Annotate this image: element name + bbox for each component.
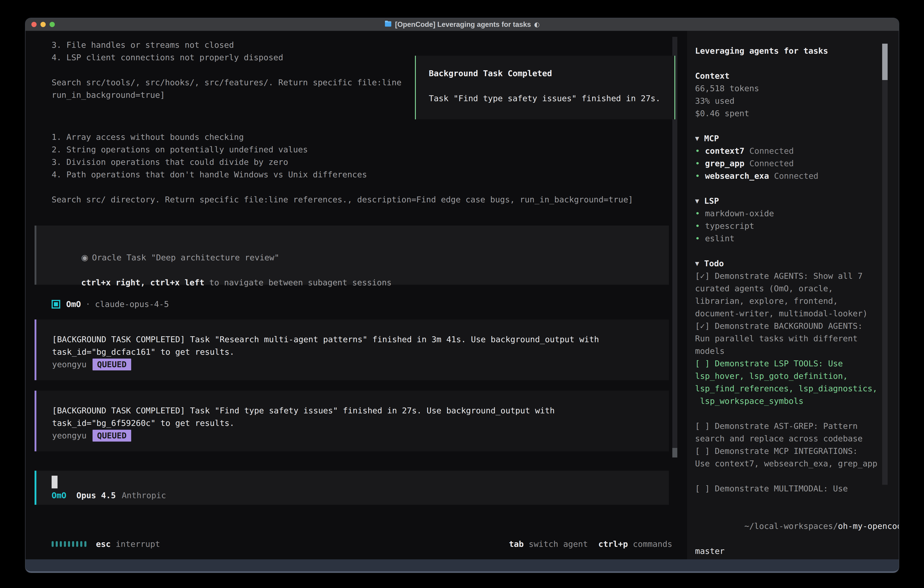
spinner-tick bbox=[72, 541, 74, 547]
todo-item-line: [ ] Demonstrate MCP INTEGRATIONS: bbox=[695, 445, 884, 457]
todo-heading[interactable]: ▼ Todo bbox=[695, 257, 884, 270]
todo-item-line: [✓] Demonstrate BACKGROUND AGENTS: bbox=[695, 320, 884, 332]
queued-status-badge: QUEUED bbox=[92, 430, 131, 441]
todo-item-line: Use context7, websearch_exa, grep_app bbox=[695, 457, 884, 470]
todo-item-line: librarian, explore, frontend, bbox=[695, 295, 884, 307]
todo-item-line: Run parallel tasks with different bbox=[695, 332, 884, 345]
window-titlebar: [OpenCode] Leveraging agents for tasks ◐ bbox=[25, 18, 899, 31]
lsp-heading[interactable]: ▼ LSP bbox=[695, 195, 884, 207]
context-stats: 66,518 tokens33% used$0.46 spent bbox=[695, 82, 884, 120]
folder-icon bbox=[384, 20, 392, 29]
lsp-item: • typescript bbox=[695, 220, 884, 232]
task-user: yeongyu bbox=[52, 358, 87, 371]
lsp-item-name: typescript bbox=[705, 220, 754, 232]
log-output-top: 3. File handles or streams not closed4. … bbox=[52, 39, 401, 101]
todo-item-line: lsp_find_references, lsp_diagnostics, bbox=[695, 382, 884, 395]
todo-item-line: [ ] Demonstrate AST-GREP: Pattern bbox=[695, 420, 884, 432]
lsp-item-name: markdown-oxide bbox=[705, 207, 774, 220]
task-message-line1: [BACKGROUND TASK COMPLETED] Task "Find t… bbox=[52, 404, 669, 417]
ctrlp-key-label: commands bbox=[633, 539, 672, 549]
spinner-tick bbox=[76, 541, 78, 547]
task-message-list: [BACKGROUND TASK COMPLETED] Task "Resear… bbox=[35, 319, 669, 462]
log-line: 3. Division operations that could divide… bbox=[52, 156, 633, 168]
input-agent-name[interactable]: OmO bbox=[52, 490, 66, 501]
input-model-name[interactable]: Opus 4.5 bbox=[76, 490, 116, 501]
log-line bbox=[52, 64, 401, 76]
hint-text: to navigate between subagent sessions bbox=[205, 278, 392, 287]
spinner-tick bbox=[64, 541, 66, 547]
task-message-meta: yeongyu QUEUED bbox=[52, 429, 669, 442]
mcp-item: • grep_app Connected bbox=[695, 157, 884, 170]
todo-item-line: curated agents (OmO, oracle, bbox=[695, 282, 884, 295]
activity-spinner-icon bbox=[52, 541, 86, 547]
window-title: [OpenCode] Leveraging agents for tasks bbox=[395, 20, 531, 29]
log-line: Search src/tools/, src/hooks/, src/featu… bbox=[52, 76, 401, 89]
sidebar-scrollbar-track[interactable] bbox=[882, 44, 888, 485]
log-line: run_in_background=true] bbox=[52, 89, 401, 101]
status-dot-icon: • bbox=[695, 157, 700, 170]
todo-item-line: search and replace across codebase bbox=[695, 432, 884, 445]
spinner-tick bbox=[52, 541, 54, 547]
subagent-nav-hint: ctrl+x right, ctrl+x left to navigate be… bbox=[52, 264, 669, 276]
mcp-section: ▼ MCP • context7 Connected • gre bbox=[695, 132, 884, 182]
oracle-task-title-row: ◉Oracle Task "Deep architecture review" bbox=[52, 239, 669, 251]
omo-agent-icon-fill bbox=[54, 302, 58, 306]
text-cursor bbox=[52, 476, 58, 489]
task-message-meta: yeongyu QUEUED bbox=[52, 358, 669, 371]
app-window: [OpenCode] Leveraging agents for tasks ◐… bbox=[25, 18, 899, 573]
todo-item: [ ] Demonstrate MCP INTEGRATIONS:Use con… bbox=[695, 445, 884, 470]
todo-item: [✓] Demonstrate BACKGROUND AGENTS:Run pa… bbox=[695, 320, 884, 357]
lsp-heading-label: LSP bbox=[704, 195, 719, 207]
workspace-path-prefix: ~/local-workspaces/ bbox=[744, 521, 838, 531]
todo-item-line: document-writer, multimodal-looker) bbox=[695, 307, 884, 320]
status-dot-icon: • bbox=[695, 220, 700, 232]
agent-model: claude-opus-4-5 bbox=[95, 299, 169, 309]
input-model-provider: Anthropic bbox=[122, 490, 166, 501]
notification-body: Task "Find type safety issues" finished … bbox=[429, 92, 674, 105]
todo-item-line: [ ] Demonstrate LSP TOOLS: Use bbox=[695, 357, 884, 370]
session-moon-icon: ◐ bbox=[534, 21, 540, 28]
chevron-down-icon: ▼ bbox=[695, 195, 699, 207]
task-message-line2: task_id="bg_dcfac161" to get results. bbox=[52, 345, 669, 358]
spinner-tick bbox=[56, 541, 58, 547]
workspace-path: ~/local-workspaces/oh-my-opencode: maste… bbox=[695, 507, 884, 557]
mcp-item-status: Connected bbox=[749, 157, 794, 170]
todo-item: [✓] Demonstrate AGENTS: Show all 7curate… bbox=[695, 270, 884, 320]
mcp-heading[interactable]: ▼ MCP bbox=[695, 132, 884, 145]
spinner-tick bbox=[60, 541, 62, 547]
context-stat-line: $0.46 spent bbox=[695, 107, 884, 120]
main-scrollbar-thumb[interactable] bbox=[672, 448, 677, 458]
log-line: 4. LSP client connections not properly d… bbox=[52, 51, 401, 64]
status-dot-icon: • bbox=[695, 207, 700, 220]
omo-agent-icon bbox=[52, 300, 60, 309]
sidebar-scrollbar-thumb[interactable] bbox=[882, 44, 888, 80]
todo-item-line: models bbox=[695, 345, 884, 357]
todo-item: [ ] Demonstrate MULTIMODAL: Use bbox=[695, 482, 884, 495]
agent-session-header[interactable]: OmO · claude-opus-4-5 bbox=[52, 298, 169, 311]
input-meta-row: OmO Opus 4.5 Anthropic bbox=[52, 490, 166, 501]
chevron-down-icon: ▼ bbox=[695, 257, 699, 270]
task-message-line1: [BACKGROUND TASK COMPLETED] Task "Resear… bbox=[52, 333, 669, 345]
spinner-tick bbox=[80, 541, 82, 547]
lsp-item: • markdown-oxide bbox=[695, 207, 884, 220]
context-heading-label: Context bbox=[695, 69, 729, 82]
hint-keys: ctrl+x right, ctrl+x left bbox=[81, 278, 205, 287]
status-dot-icon: • bbox=[695, 232, 700, 244]
todo-item: [ ] Demonstrate LSP TOOLS: Uselsp_hover,… bbox=[695, 357, 884, 407]
log-line bbox=[52, 181, 633, 193]
mcp-heading-label: MCP bbox=[704, 132, 719, 145]
spinner-tick bbox=[84, 541, 86, 547]
tab-key-label: switch agent bbox=[529, 539, 588, 549]
queued-status-badge: QUEUED bbox=[92, 358, 131, 370]
context-stat-line: 66,518 tokens bbox=[695, 82, 884, 94]
context-heading: Context bbox=[695, 69, 884, 82]
oracle-task-title: Oracle Task "Deep architecture review" bbox=[92, 253, 279, 262]
mcp-item-name: websearch_exa bbox=[705, 170, 769, 182]
log-line: 2. String operations on potentially unde… bbox=[52, 143, 633, 156]
log-line: 4. Path operations that don't handle Win… bbox=[52, 168, 633, 181]
task-message-box: [BACKGROUND TASK COMPLETED] Task "Find t… bbox=[35, 391, 669, 451]
background-task-notification: Background Task Completed Task "Find typ… bbox=[415, 56, 675, 119]
status-bar-right: tab switch agent ctrl+p commands bbox=[509, 539, 672, 549]
oracle-task-box: ◉Oracle Task "Deep architecture review" … bbox=[35, 226, 669, 285]
prompt-input[interactable]: OmO Opus 4.5 Anthropic bbox=[35, 471, 669, 505]
